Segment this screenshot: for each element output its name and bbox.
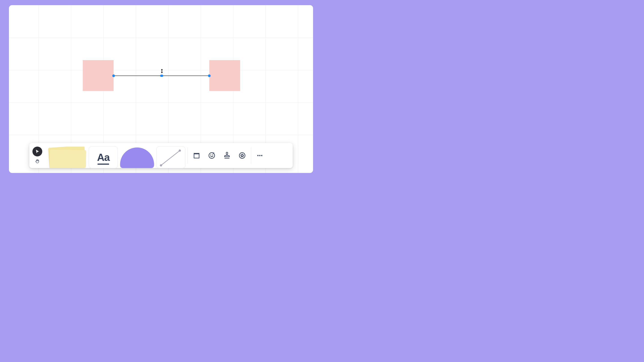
select-tool-button[interactable] [32, 147, 42, 156]
svg-point-21 [258, 155, 259, 156]
frame-tool-button[interactable] [190, 149, 203, 162]
line-mid-handle[interactable] [160, 75, 163, 77]
pan-tool-button[interactable] [34, 158, 40, 164]
text-tool-icon: Aa [97, 151, 110, 163]
comment-tool-button[interactable] [205, 149, 218, 162]
shape-tool-icon [120, 147, 154, 168]
cursor-icon [35, 149, 40, 154]
canvas-frame: Aa [9, 5, 313, 173]
svg-point-22 [259, 155, 260, 156]
svg-point-15 [179, 149, 181, 152]
stamp-icon [223, 152, 231, 159]
nav-tools [32, 147, 42, 164]
more-horizontal-icon [256, 152, 264, 159]
toolbar-separator [188, 147, 188, 164]
sticky-note-icon [47, 147, 85, 168]
canvas-shape-b[interactable] [209, 60, 240, 91]
line-tool-icon [156, 147, 185, 168]
toolbar: Aa [29, 143, 293, 168]
svg-point-20 [239, 153, 245, 158]
line-tool[interactable] [156, 146, 185, 168]
sticker-tool-button[interactable] [236, 149, 249, 162]
svg-point-18 [213, 155, 213, 155]
shape-tool[interactable] [120, 147, 154, 168]
line-end-handle[interactable] [208, 74, 211, 77]
text-tool[interactable]: Aa [89, 146, 118, 168]
sticker-star-icon [238, 152, 246, 159]
stamp-tool-button[interactable] [220, 149, 234, 162]
svg-point-23 [261, 155, 262, 156]
line-start-handle[interactable] [112, 74, 115, 77]
svg-line-13 [161, 151, 180, 165]
hand-icon [35, 159, 40, 164]
canvas-shape-a[interactable] [83, 60, 114, 91]
frame-icon [193, 152, 200, 159]
more-tools-button[interactable] [253, 149, 266, 162]
comment-reaction-icon [208, 152, 216, 159]
svg-point-14 [160, 164, 162, 166]
sticky-note-tool[interactable] [46, 147, 86, 168]
